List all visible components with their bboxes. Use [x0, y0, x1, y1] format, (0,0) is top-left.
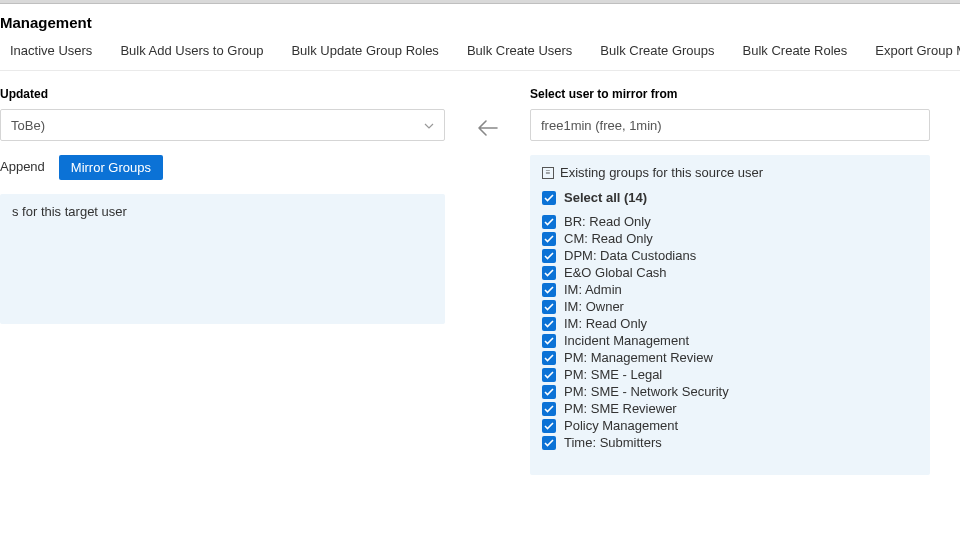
group-checkbox[interactable]: [542, 419, 556, 433]
content-area: Updated ToBe) Append Mirror Groups s for…: [0, 71, 960, 475]
group-checkbox[interactable]: [542, 300, 556, 314]
right-column: Select user to mirror from free1min (fre…: [530, 87, 960, 475]
group-label: E&O Global Cash: [564, 265, 667, 280]
arrow-left-icon[interactable]: [477, 119, 499, 140]
group-label: PM: SME Reviewer: [564, 401, 677, 416]
group-label: Incident Management: [564, 333, 689, 348]
tab-bulk-create-groups[interactable]: Bulk Create Groups: [600, 43, 714, 58]
chevron-down-icon: [424, 119, 434, 131]
group-label: Policy Management: [564, 418, 678, 433]
action-buttons: Append Mirror Groups: [0, 155, 445, 180]
append-button[interactable]: Append: [0, 155, 45, 180]
group-checkbox[interactable]: [542, 215, 556, 229]
group-checkbox[interactable]: [542, 368, 556, 382]
groups-list: BR: Read OnlyCM: Read OnlyDPM: Data Cust…: [542, 213, 918, 451]
group-checkbox[interactable]: [542, 232, 556, 246]
source-panel-header-text: Existing groups for this source user: [560, 165, 763, 180]
group-checkbox[interactable]: [542, 334, 556, 348]
target-panel-header: s for this target user: [12, 204, 433, 219]
group-row[interactable]: Policy Management: [542, 417, 918, 434]
group-checkbox[interactable]: [542, 249, 556, 263]
source-panel-header: ≡ Existing groups for this source user: [542, 165, 918, 180]
page-title: Management: [0, 4, 960, 37]
group-label: IM: Read Only: [564, 316, 647, 331]
target-user-label: Updated: [0, 87, 445, 101]
group-row[interactable]: IM: Owner: [542, 298, 918, 315]
select-all-label: Select all (14): [564, 190, 647, 205]
tab-bulk-create-roles[interactable]: Bulk Create Roles: [743, 43, 848, 58]
select-all-row[interactable]: Select all (14): [542, 190, 918, 205]
group-row[interactable]: E&O Global Cash: [542, 264, 918, 281]
group-checkbox[interactable]: [542, 402, 556, 416]
group-row[interactable]: Time: Submitters: [542, 434, 918, 451]
group-label: PM: SME - Network Security: [564, 384, 729, 399]
source-groups-panel: ≡ Existing groups for this source user S…: [530, 155, 930, 475]
list-icon: ≡: [542, 167, 554, 179]
group-label: PM: SME - Legal: [564, 367, 662, 382]
source-user-input[interactable]: free1min (free, 1min): [530, 109, 930, 141]
transfer-column: [445, 87, 530, 475]
group-checkbox[interactable]: [542, 317, 556, 331]
tab-export-members[interactable]: Export Group Members: [875, 43, 960, 58]
group-row[interactable]: IM: Read Only: [542, 315, 918, 332]
mirror-groups-button[interactable]: Mirror Groups: [59, 155, 163, 180]
group-row[interactable]: PM: Management Review: [542, 349, 918, 366]
group-checkbox[interactable]: [542, 385, 556, 399]
source-user-label: Select user to mirror from: [530, 87, 930, 101]
select-all-checkbox[interactable]: [542, 191, 556, 205]
target-user-value: ToBe): [11, 118, 45, 133]
target-panel-header-text: s for this target user: [12, 204, 127, 219]
left-column: Updated ToBe) Append Mirror Groups s for…: [0, 87, 445, 475]
group-row[interactable]: CM: Read Only: [542, 230, 918, 247]
target-user-select[interactable]: ToBe): [0, 109, 445, 141]
group-label: IM: Admin: [564, 282, 622, 297]
group-checkbox[interactable]: [542, 266, 556, 280]
group-checkbox[interactable]: [542, 436, 556, 450]
group-row[interactable]: BR: Read Only: [542, 213, 918, 230]
group-checkbox[interactable]: [542, 283, 556, 297]
group-label: DPM: Data Custodians: [564, 248, 696, 263]
group-label: BR: Read Only: [564, 214, 651, 229]
group-row[interactable]: IM: Admin: [542, 281, 918, 298]
group-row[interactable]: Incident Management: [542, 332, 918, 349]
group-row[interactable]: PM: SME - Legal: [542, 366, 918, 383]
target-groups-panel: s for this target user: [0, 194, 445, 324]
tab-bar: Inactive Users Bulk Add Users to Group B…: [0, 37, 960, 71]
tab-bulk-create-users[interactable]: Bulk Create Users: [467, 43, 572, 58]
group-row[interactable]: PM: SME - Network Security: [542, 383, 918, 400]
group-row[interactable]: DPM: Data Custodians: [542, 247, 918, 264]
group-label: IM: Owner: [564, 299, 624, 314]
source-user-value: free1min (free, 1min): [541, 118, 662, 133]
group-label: Time: Submitters: [564, 435, 662, 450]
group-label: PM: Management Review: [564, 350, 713, 365]
tab-inactive-users[interactable]: Inactive Users: [10, 43, 92, 58]
tab-bulk-add-users[interactable]: Bulk Add Users to Group: [120, 43, 263, 58]
group-row[interactable]: PM: SME Reviewer: [542, 400, 918, 417]
group-checkbox[interactable]: [542, 351, 556, 365]
group-label: CM: Read Only: [564, 231, 653, 246]
tab-bulk-update-roles[interactable]: Bulk Update Group Roles: [291, 43, 438, 58]
